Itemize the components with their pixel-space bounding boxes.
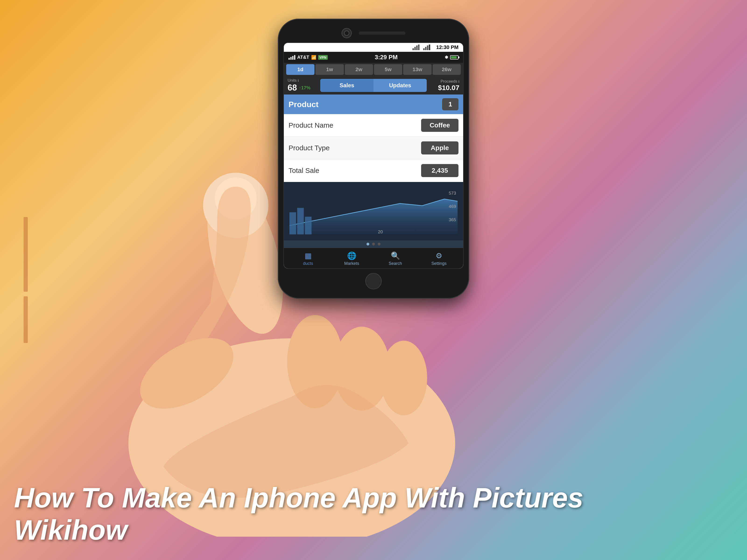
- product-header: Product 1: [284, 95, 463, 114]
- phone-device: 12:30 PM AT&T 📶 VPN 3:29 PM: [278, 19, 469, 299]
- svg-rect-0: [412, 48, 414, 50]
- period-tab-26w[interactable]: 26w: [433, 64, 461, 75]
- units-label: Units ℹ: [288, 78, 316, 83]
- svg-point-22: [381, 341, 427, 415]
- updates-button[interactable]: Updates: [374, 79, 427, 92]
- nav-settings-label: Settings: [431, 261, 446, 266]
- svg-rect-2: [416, 46, 418, 50]
- period-tab-13w[interactable]: 13w: [403, 64, 431, 75]
- title-line2: Wikihow: [14, 514, 583, 546]
- svg-text:20: 20: [378, 229, 383, 234]
- products-icon: ▦: [305, 251, 312, 260]
- status-right: ✱: [445, 55, 459, 60]
- nav-settings[interactable]: ⚙ Settings: [428, 251, 451, 266]
- status-clock: 3:29 PM: [375, 54, 397, 61]
- signal-indicators: [412, 45, 432, 50]
- product-row-sale: Total Sale 2,435: [284, 159, 463, 182]
- nav-products-label: ducts: [303, 261, 313, 266]
- proceeds-label: Proceeds ℹ: [431, 79, 459, 84]
- svg-text:469: 469: [449, 204, 456, 209]
- period-tab-1w[interactable]: 1w: [315, 64, 344, 75]
- phone-bottom-hardware: [283, 269, 464, 292]
- dot-2: [372, 243, 375, 245]
- period-tab-2w[interactable]: 2w: [345, 64, 373, 75]
- units-info-icon: ℹ: [298, 79, 299, 82]
- left-decoration: [0, 0, 51, 560]
- svg-rect-7: [429, 45, 430, 50]
- nav-markets[interactable]: 🌐 Markets: [340, 251, 363, 266]
- settings-icon: ⚙: [436, 251, 442, 260]
- page-title: How To Make An Iphone App With Pictures …: [14, 482, 583, 546]
- total-sale-label: Total Sale: [288, 167, 319, 175]
- signal-icon-1: [412, 45, 421, 50]
- bar1: [288, 58, 290, 60]
- bar2: [290, 57, 291, 60]
- carrier-signal: [288, 55, 295, 60]
- product-row-type: Product Type Apple: [284, 137, 463, 159]
- phone-top-hardware: [283, 26, 464, 43]
- wifi-icon: 📶: [311, 55, 316, 60]
- sales-chart: 573 469 365 20: [288, 186, 459, 237]
- product-type-value: Apple: [421, 141, 459, 155]
- period-tabs-bar[interactable]: 1d 1w 2w 5w 13w 26w: [284, 63, 463, 76]
- proceeds-value: $10.07: [431, 84, 459, 92]
- battery-indicator: [450, 55, 459, 59]
- signal-icon-2: [423, 45, 432, 50]
- units-change: ↑17%: [299, 85, 310, 90]
- status-time: 3:29 PM: [375, 54, 397, 61]
- product-title: Product: [288, 100, 318, 109]
- sales-button[interactable]: Sales: [320, 79, 374, 92]
- units-section: Units ℹ 68 ↑17%: [288, 78, 316, 92]
- bottom-navigation[interactable]: ▦ ducts 🌐 Markets 🔍 Search ⚙ Settings: [284, 248, 463, 268]
- stats-row: Units ℹ 68 ↑17% Sales Updates Proceeds: [284, 76, 463, 95]
- svg-text:573: 573: [449, 191, 456, 195]
- proceeds-info-icon: ℹ: [458, 80, 459, 83]
- product-row-name: Product Name Coffee: [284, 114, 463, 137]
- sales-updates-toggle[interactable]: Sales Updates: [320, 79, 427, 92]
- nav-search[interactable]: 🔍 Search: [384, 251, 407, 266]
- dot-1: [366, 243, 369, 245]
- svg-rect-14: [305, 217, 311, 235]
- nav-search-label: Search: [389, 261, 402, 266]
- deco-bar-2: [24, 296, 28, 343]
- product-number: 1: [442, 98, 459, 110]
- deco-bar-1: [24, 217, 28, 292]
- nav-markets-label: Markets: [344, 261, 359, 266]
- svg-rect-4: [423, 48, 424, 50]
- proceeds-section: Proceeds ℹ $10.07: [431, 79, 459, 92]
- svg-rect-3: [418, 45, 419, 50]
- dot-3: [378, 243, 381, 245]
- bar3: [292, 56, 293, 60]
- vpn-badge: VPN: [318, 55, 328, 60]
- svg-text:365: 365: [449, 217, 456, 222]
- front-camera: [341, 28, 352, 38]
- title-line1: How To Make An Iphone App With Pictures: [14, 482, 583, 514]
- battery-fill: [451, 56, 457, 59]
- phone-screen: 12:30 PM AT&T 📶 VPN 3:29 PM: [283, 43, 464, 269]
- total-sale-value: 2,435: [421, 164, 459, 177]
- nav-products[interactable]: ▦ ducts: [297, 251, 320, 266]
- proceeds-label-text: Proceeds: [440, 79, 457, 84]
- units-label-text: Units: [288, 78, 297, 83]
- status-left: AT&T 📶 VPN: [288, 55, 328, 60]
- phone-body: 12:30 PM AT&T 📶 VPN 3:29 PM: [278, 19, 469, 299]
- speaker-grille: [359, 31, 406, 35]
- ios-status-bar: AT&T 📶 VPN 3:29 PM ✱: [284, 52, 463, 63]
- secondary-time-bar: 12:30 PM: [284, 43, 463, 52]
- camera-lens: [344, 31, 349, 36]
- period-tab-1d[interactable]: 1d: [286, 64, 314, 75]
- period-tab-5w[interactable]: 5w: [374, 64, 402, 75]
- search-icon: 🔍: [391, 251, 400, 260]
- markets-icon: 🌐: [347, 251, 357, 260]
- top-time: 12:30 PM: [436, 44, 459, 50]
- units-value: 68: [288, 83, 297, 92]
- home-button[interactable]: [365, 273, 382, 289]
- svg-rect-5: [425, 47, 427, 50]
- bluetooth-icon: ✱: [445, 55, 448, 60]
- pager-dots: [284, 240, 463, 248]
- carrier-name: AT&T: [297, 55, 309, 60]
- chart-area: 573 469 365 20: [284, 182, 463, 240]
- product-name-label: Product Name: [288, 121, 333, 129]
- svg-rect-13: [297, 208, 304, 235]
- svg-rect-6: [427, 46, 428, 50]
